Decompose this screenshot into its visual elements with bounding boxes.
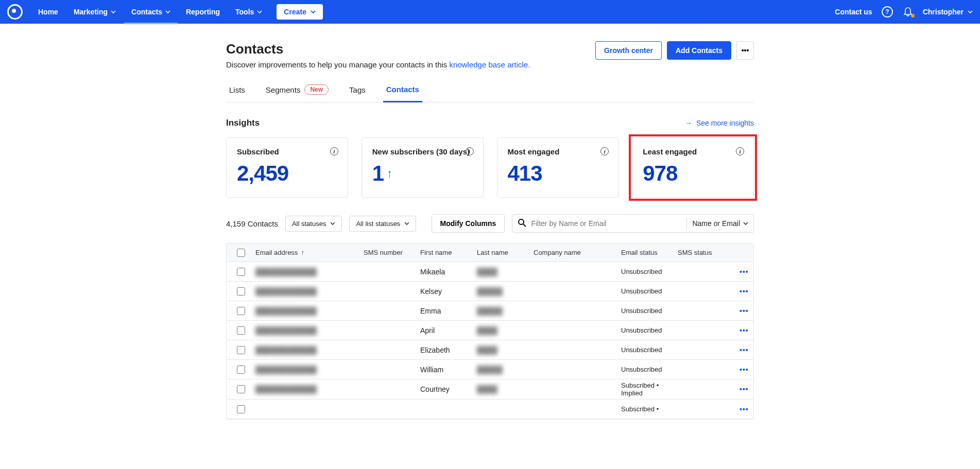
kb-article-link[interactable]: knowledge base article.	[450, 60, 530, 69]
cell-first: William	[420, 363, 477, 376]
insight-card[interactable]: Least engaged i 978	[632, 137, 754, 198]
table-row[interactable]: ████████████ Elizabeth ████ Unsubscribed…	[227, 340, 753, 360]
row-checkbox[interactable]	[237, 268, 245, 276]
cell-email: ████████████	[255, 305, 364, 317]
insight-card[interactable]: New subscribers (30 days) i 1↑	[362, 137, 484, 198]
th-sstatus[interactable]: SMS status	[678, 247, 740, 258]
table-row[interactable]: ████████████ Courtney ████ Subscribed • …	[227, 379, 753, 399]
nav-home[interactable]: Home	[31, 0, 65, 24]
contact-us-link[interactable]: Contact us	[835, 8, 872, 16]
tab-contacts[interactable]: Contacts	[383, 80, 422, 102]
page-title: Contacts	[226, 41, 530, 57]
all-list-statuses-select[interactable]: All list statuses	[349, 216, 416, 232]
cell-last: ████	[477, 344, 534, 356]
row-actions-button[interactable]: •••	[740, 346, 752, 354]
row-checkbox[interactable]	[237, 307, 245, 315]
info-icon[interactable]: i	[466, 147, 474, 155]
see-more-insights-link[interactable]: →See more insights	[685, 119, 754, 127]
insight-card-value: 1↑	[372, 161, 473, 186]
cell-email: ████████████	[255, 383, 364, 395]
top-nav: Home Marketing Contacts Reporting Tools …	[0, 0, 980, 24]
select-all-checkbox[interactable]	[237, 249, 245, 257]
table-row[interactable]: ████████████ Mikaela ████ Unsubscribed •…	[227, 262, 753, 282]
notifications-icon[interactable]	[902, 6, 914, 18]
th-estatus[interactable]: Email status	[621, 247, 678, 258]
insight-card[interactable]: Most engaged i 413	[497, 137, 619, 198]
row-checkbox[interactable]	[237, 346, 245, 354]
new-badge: New	[304, 84, 329, 95]
cell-sms	[364, 289, 420, 293]
cell-email: ████████████	[255, 363, 364, 376]
arrow-right-icon: →	[685, 119, 692, 127]
modify-columns-button[interactable]: Modify Columns	[432, 214, 505, 233]
row-checkbox[interactable]	[237, 385, 245, 393]
chevron-down-icon	[165, 9, 170, 14]
row-checkbox[interactable]	[237, 366, 245, 374]
svg-point-2	[519, 219, 524, 224]
th-first[interactable]: First name	[420, 247, 477, 258]
chevron-down-icon	[404, 221, 409, 226]
help-icon[interactable]: ?	[882, 6, 893, 18]
trend-up-icon: ↑	[387, 167, 392, 180]
insight-card-value: 2,459	[237, 161, 337, 186]
chevron-down-icon	[330, 221, 335, 226]
nav-reporting[interactable]: Reporting	[179, 0, 227, 24]
row-actions-button[interactable]: •••	[740, 385, 752, 393]
filter-input[interactable]	[527, 219, 681, 228]
create-button[interactable]: Create	[277, 4, 323, 20]
all-statuses-select[interactable]: All statuses	[285, 216, 342, 232]
cell-sms-status	[678, 289, 740, 293]
table-row[interactable]: ████████████ April ████ Unsubscribed •••	[227, 321, 753, 340]
cell-company	[534, 407, 621, 411]
nav-marketing[interactable]: Marketing	[66, 0, 123, 24]
cell-sms-status	[678, 368, 740, 372]
tab-tags[interactable]: Tags	[346, 80, 369, 102]
insight-card[interactable]: Subscribed i 2,459	[226, 137, 348, 198]
more-actions-button[interactable]: •••	[736, 41, 754, 60]
th-sms[interactable]: SMS number	[364, 247, 420, 258]
row-actions-button[interactable]: •••	[740, 405, 752, 413]
nav-contacts[interactable]: Contacts	[124, 0, 178, 24]
chevron-down-icon	[968, 9, 973, 14]
search-icon	[518, 218, 527, 229]
cell-sms	[364, 348, 420, 352]
row-actions-button[interactable]: •••	[740, 366, 752, 374]
cell-email-status: Unsubscribed	[621, 266, 678, 277]
chevron-down-icon	[111, 9, 116, 14]
info-icon[interactable]: i	[330, 147, 338, 155]
row-checkbox[interactable]	[237, 405, 245, 413]
th-company[interactable]: Company name	[534, 247, 621, 258]
brand-logo[interactable]	[7, 4, 31, 20]
info-icon[interactable]: i	[736, 147, 744, 155]
row-checkbox[interactable]	[237, 326, 245, 335]
row-actions-button[interactable]: •••	[740, 268, 752, 276]
search-filter-bar: Name or Email	[512, 214, 754, 233]
table-row[interactable]: ████████████ Kelsey █████ Unsubscribed •…	[227, 282, 753, 301]
growth-center-button[interactable]: Growth center	[595, 41, 662, 60]
contacts-count: 4,159 Contacts	[226, 219, 278, 228]
cell-first: Courtney	[420, 383, 477, 395]
tab-lists[interactable]: Lists	[226, 80, 248, 102]
cell-sms-status	[678, 328, 740, 333]
row-actions-button[interactable]: •••	[740, 307, 752, 315]
cell-email: ████████████	[255, 344, 364, 356]
nav-tools[interactable]: Tools	[228, 0, 269, 24]
tab-segments[interactable]: SegmentsNew	[263, 80, 332, 102]
add-contacts-button[interactable]: Add Contacts	[667, 41, 731, 60]
cell-email: ████████████	[255, 285, 364, 298]
th-last[interactable]: Last name	[477, 247, 534, 258]
cell-first: April	[420, 324, 477, 337]
table-row[interactable]: Subscribed • •••	[227, 399, 753, 419]
cell-email	[255, 407, 364, 411]
row-actions-button[interactable]: •••	[740, 287, 752, 296]
filter-mode-select[interactable]: Name or Email	[692, 219, 748, 228]
user-menu[interactable]: Christopher	[923, 8, 973, 16]
row-actions-button[interactable]: •••	[740, 326, 752, 335]
table-row[interactable]: ████████████ William █████ Unsubscribed …	[227, 360, 753, 379]
table-row[interactable]: ████████████ Emma █████ Unsubscribed •••	[227, 301, 753, 321]
th-email[interactable]: Email address↑	[255, 247, 364, 258]
row-checkbox[interactable]	[237, 287, 245, 296]
cell-email-status: Subscribed •	[621, 403, 678, 415]
cell-sms	[364, 407, 420, 411]
cell-company	[534, 387, 621, 391]
